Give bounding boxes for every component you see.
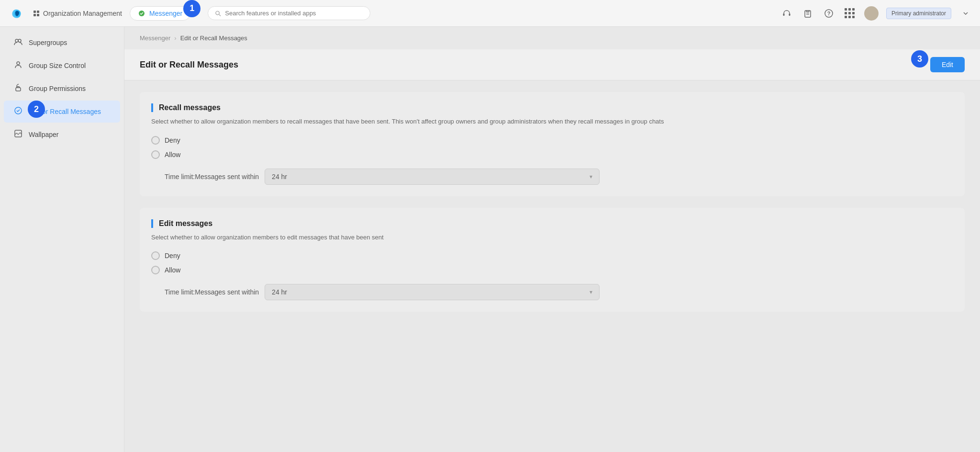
svg-point-5	[216, 11, 219, 14]
recall-time-limit-row: Time limit:Messages sent within 24 hr ▾	[165, 169, 953, 185]
edit-time-limit-row: Time limit:Messages sent within 24 hr ▾	[165, 284, 953, 300]
edit-time-limit-label: Time limit:Messages sent within	[165, 288, 259, 296]
breadcrumb: Messenger › Edit or Recall Messages	[124, 27, 980, 49]
page-header: Edit or Recall Messages 3 Edit	[124, 49, 980, 80]
recall-allow-radio[interactable]	[151, 150, 160, 159]
edit-messages-title: Edit messages	[151, 219, 953, 228]
recall-deny-label: Deny	[165, 136, 180, 144]
edit-time-value: 24 hr	[272, 288, 287, 296]
sidebar-item-group-permissions[interactable]: Group Permissions	[4, 78, 120, 100]
sidebar-supergroups-label: Supergroups	[29, 39, 67, 46]
sidebar-item-group-size[interactable]: Group Size Control	[4, 55, 120, 77]
admin-label[interactable]: Primary administrator	[886, 8, 951, 19]
edit-deny-option[interactable]: Deny	[151, 251, 953, 260]
recall-time-value: 24 hr	[272, 173, 287, 181]
recall-allow-option[interactable]: Allow	[151, 150, 953, 159]
breadcrumb-separator: ›	[174, 34, 176, 42]
lock-icon	[13, 83, 23, 94]
edit-time-chevron: ▾	[590, 289, 592, 295]
badge-2: 2	[28, 101, 45, 118]
recall-radio-group: Deny Allow Time limit:Messages sent with…	[151, 136, 953, 185]
recall-messages-desc: Select whether to allow organization mem…	[151, 117, 953, 126]
breadcrumb-current: Edit or Recall Messages	[180, 34, 247, 42]
edit-messages-desc: Select whether to allow organization mem…	[151, 233, 953, 242]
svg-point-15	[18, 39, 21, 42]
recall-messages-section: Recall messages Select whether to allow …	[140, 92, 965, 196]
page-title: Edit or Recall Messages	[140, 60, 238, 70]
svg-rect-17	[16, 88, 21, 91]
sidebar-item-wallpaper[interactable]: Wallpaper	[4, 124, 120, 146]
svg-rect-7	[783, 13, 784, 16]
top-navigation: Organization Management Messenger 1 ?	[0, 0, 980, 27]
recall-messages-title: Recall messages	[151, 103, 953, 112]
clipboard-icon[interactable]	[801, 7, 814, 20]
svg-rect-3	[37, 14, 39, 16]
badge-1: 1	[183, 0, 200, 17]
main-content: Messenger › Edit or Recall Messages Edit…	[124, 27, 980, 452]
svg-line-6	[219, 14, 221, 16]
edit-btn-wrapper: 3 Edit	[930, 57, 965, 72]
messenger-tab-label: Messenger	[149, 10, 182, 17]
sidebar-group-size-label: Group Size Control	[29, 62, 86, 69]
org-management-label: Organization Management	[43, 10, 122, 17]
group-size-icon	[13, 60, 23, 71]
edit-deny-label: Deny	[165, 252, 180, 260]
recall-time-select[interactable]: 24 hr ▾	[265, 169, 600, 185]
nav-icons: ? Primary administrator	[780, 6, 972, 21]
sidebar-group-permissions-label: Group Permissions	[29, 85, 86, 92]
edit-time-select[interactable]: 24 hr ▾	[265, 284, 600, 300]
dropdown-chevron-icon[interactable]	[959, 7, 972, 20]
recall-time-chevron: ▾	[590, 173, 592, 180]
sidebar-item-supergroups[interactable]: Supergroups	[4, 32, 120, 54]
edit-button[interactable]: Edit	[930, 57, 965, 72]
edit-allow-radio[interactable]	[151, 266, 160, 274]
apps-grid-icon[interactable]	[843, 7, 857, 20]
org-management-nav[interactable]: Organization Management	[33, 10, 122, 17]
app-logo[interactable]	[8, 5, 25, 22]
svg-rect-0	[33, 11, 36, 13]
messenger-tab[interactable]: Messenger 1	[130, 6, 190, 21]
search-input[interactable]	[225, 10, 363, 17]
svg-rect-8	[789, 13, 790, 16]
badge-3: 3	[911, 50, 928, 68]
breadcrumb-parent[interactable]: Messenger	[140, 34, 170, 42]
svg-rect-2	[33, 14, 36, 16]
supergroups-icon	[13, 37, 23, 48]
headset-icon[interactable]	[780, 7, 793, 20]
sidebar: Supergroups Group Size Control Group Per…	[0, 27, 124, 452]
recall-allow-label: Allow	[165, 151, 180, 158]
edit-recall-icon	[13, 106, 23, 117]
body-layout: Supergroups Group Size Control Group Per…	[0, 27, 980, 452]
svg-point-16	[17, 62, 20, 65]
sidebar-wallpaper-label: Wallpaper	[29, 131, 59, 138]
svg-text:?: ?	[827, 11, 831, 16]
edit-radio-group: Deny Allow Time limit:Messages sent with…	[151, 251, 953, 300]
sidebar-item-edit-recall[interactable]: Edit or Recall Messages 2	[4, 101, 120, 123]
help-icon[interactable]: ?	[822, 7, 835, 20]
wallpaper-icon	[13, 129, 23, 140]
content-area: Recall messages Select whether to allow …	[124, 80, 980, 323]
edit-deny-radio[interactable]	[151, 251, 160, 260]
svg-rect-1	[37, 11, 39, 13]
search-bar[interactable]	[208, 6, 370, 20]
svg-point-14	[15, 39, 18, 42]
edit-messages-section: Edit messages Select whether to allow or…	[140, 208, 965, 312]
recall-time-limit-label: Time limit:Messages sent within	[165, 173, 259, 181]
recall-deny-option[interactable]: Deny	[151, 136, 953, 145]
avatar[interactable]	[864, 6, 879, 21]
recall-deny-radio[interactable]	[151, 136, 160, 145]
edit-allow-label: Allow	[165, 266, 180, 274]
edit-allow-option[interactable]: Allow	[151, 266, 953, 274]
